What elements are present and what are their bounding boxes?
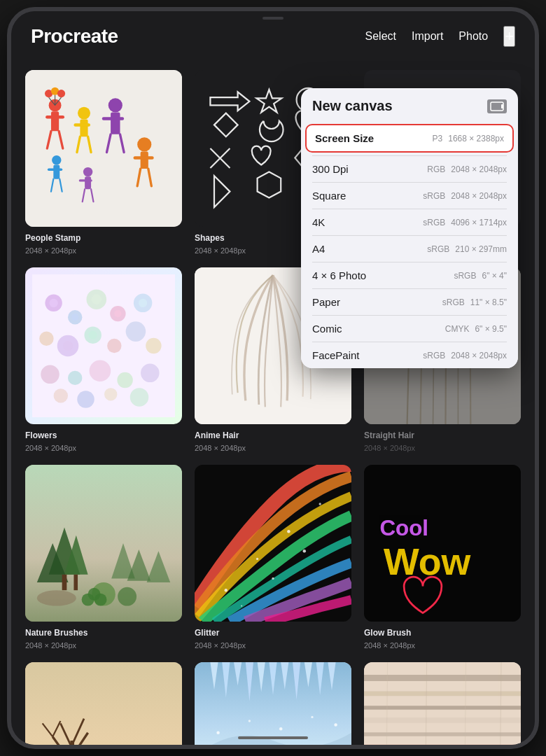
canvas-colorspace-a4: sRGB — [427, 244, 449, 254]
gallery-item-people-stamp[interactable]: People Stamp 2048 × 2048px — [25, 70, 182, 255]
canvas-dims-paper: 11" × 8.5" — [470, 298, 507, 307]
item-title-anime: Anime Hair — [195, 430, 351, 440]
svg-point-102 — [319, 503, 321, 505]
canvas-colorspace-screen: P3 — [433, 134, 443, 144]
svg-point-100 — [256, 558, 258, 560]
thumb-glitter — [195, 465, 351, 622]
canvas-item-comic[interactable]: Comic CMYK 6" × 9.5" — [301, 316, 518, 342]
svg-point-145 — [279, 727, 282, 730]
item-dims-people: 2048 × 2048px — [25, 246, 182, 255]
gallery-item-autumn[interactable]: Autumn 2048 × 2048px — [25, 662, 182, 745]
import-button[interactable]: Import — [412, 30, 443, 43]
canvas-dims-a4: 210 × 297mm — [455, 244, 507, 254]
svg-point-146 — [311, 716, 313, 718]
canvas-meta-a4: sRGB 210 × 297mm — [427, 244, 507, 254]
canvas-item-4x6[interactable]: 4 × 6 Photo sRGB 6" × 4" — [301, 262, 518, 288]
svg-point-51 — [71, 314, 78, 321]
svg-point-4 — [57, 90, 65, 97]
canvas-item-a4[interactable]: A4 sRGB 210 × 297mm — [301, 236, 518, 262]
canvas-item-paper[interactable]: Paper sRGB 11" × 8.5" — [301, 289, 518, 315]
canvas-name-a4: A4 — [312, 243, 325, 255]
scroll-bar — [238, 736, 308, 739]
popup-title: New canvas — [312, 98, 393, 114]
svg-rect-33 — [85, 176, 91, 189]
thumb-flowers — [25, 267, 182, 424]
canvas-dims-300dpi: 2048 × 2048px — [451, 164, 507, 174]
svg-rect-8 — [51, 111, 59, 131]
svg-point-53 — [92, 295, 102, 304]
app-title: Procreate — [31, 25, 118, 48]
new-canvas-popup: New canvas Screen Size P3 166 — [301, 88, 518, 368]
canvas-meta-4x6: sRGB 6" × 4" — [454, 271, 507, 281]
svg-point-57 — [139, 299, 147, 307]
ipad-frame: Procreate Select Import Photo + — [7, 7, 539, 749]
svg-point-147 — [334, 723, 337, 726]
svg-point-94 — [118, 587, 136, 606]
popup-header: New canvas — [301, 88, 518, 121]
svg-point-65 — [146, 338, 161, 354]
gallery-item-winter[interactable]: Winter Set 2048 × 2048px — [195, 662, 351, 745]
canvas-item-4k[interactable]: 4K sRGB 4096 × 1714px — [301, 209, 518, 235]
svg-point-67 — [68, 371, 82, 385]
header-actions: Select Import Photo + — [365, 26, 515, 47]
svg-point-71 — [54, 388, 68, 402]
item-dims-glow: 2048 × 2048px — [364, 641, 521, 650]
canvas-item-screen-size[interactable]: Screen Size P3 1668 × 2388px — [305, 124, 514, 153]
canvas-list: Screen Size P3 1668 × 2388px 300 Dpi RGB… — [301, 121, 518, 368]
gallery-item-flowers[interactable]: Flowers 2048 × 2048px — [25, 267, 182, 452]
canvas-name-square: Square — [312, 190, 346, 202]
svg-point-22 — [137, 137, 151, 151]
canvas-name-300dpi: 300 Dpi — [312, 163, 349, 175]
svg-point-63 — [107, 339, 121, 353]
canvas-item-facepaint[interactable]: FacePaint sRGB 2048 × 2048px — [301, 342, 518, 368]
svg-point-143 — [216, 732, 219, 734]
item-title-glow: Glow Brush — [364, 628, 521, 638]
canvas-colorspace-facepaint: sRGB — [423, 351, 445, 360]
canvas-meta-screen-size: P3 1668 × 2388px — [433, 134, 504, 144]
add-button[interactable]: + — [503, 26, 515, 47]
thumb-winter-set — [195, 662, 351, 745]
gallery-item-nature[interactable]: Nature Brushes 2048 × 2048px — [25, 465, 182, 650]
canvas-colorspace-square: sRGB — [423, 191, 445, 201]
svg-rect-165 — [501, 104, 503, 108]
svg-point-72 — [77, 391, 94, 407]
canvas-dims-comic: 6" × 9.5" — [475, 324, 507, 334]
svg-point-60 — [63, 341, 73, 351]
item-title-glitter: Glitter — [195, 628, 351, 638]
item-title-people: People Stamp — [25, 233, 182, 243]
svg-point-99 — [225, 589, 227, 592]
svg-point-12 — [78, 107, 90, 120]
svg-rect-88 — [74, 575, 78, 590]
svg-point-105 — [303, 550, 306, 552]
item-dims-nature: 2048 × 2048px — [25, 641, 182, 650]
select-button[interactable]: Select — [365, 30, 396, 43]
canvas-dims-square: 2048 × 2048px — [451, 191, 507, 201]
canvas-meta-4k: sRGB 4096 × 1714px — [423, 218, 507, 227]
svg-point-66 — [41, 365, 59, 384]
thumb-brick-animal — [364, 662, 521, 745]
item-title-nature: Nature Brushes — [25, 628, 182, 638]
svg-point-58 — [39, 332, 53, 346]
canvas-item-300dpi[interactable]: 300 Dpi RGB 2048 × 2048px — [301, 156, 518, 182]
svg-point-55 — [114, 310, 121, 317]
svg-point-62 — [89, 331, 97, 340]
canvas-item-square[interactable]: Square sRGB 2048 × 2048px — [301, 183, 518, 209]
svg-rect-87 — [62, 575, 67, 590]
svg-point-32 — [83, 167, 92, 176]
canvas-icon — [487, 99, 507, 113]
canvas-meta-300dpi: RGB 2048 × 2048px — [427, 164, 507, 174]
item-dims-flowers: 2048 × 2048px — [25, 444, 182, 452]
canvas-dims-screen: 1668 × 2388px — [448, 134, 504, 144]
svg-point-101 — [287, 530, 290, 533]
gallery-item-brick[interactable]: Brick & Animal Print 2048 × 2048px — [364, 662, 521, 745]
svg-text:Wow: Wow — [384, 540, 471, 582]
canvas-meta-paper: sRGB 11" × 8.5" — [442, 298, 507, 307]
svg-point-68 — [90, 360, 111, 382]
svg-point-103 — [241, 605, 242, 606]
svg-point-70 — [141, 364, 160, 383]
gallery-item-glitter[interactable]: Glitter 2048 × 2048px — [195, 465, 351, 650]
photo-button[interactable]: Photo — [458, 30, 488, 43]
thumb-glow-brush: Cool Cool Wow Wow — [364, 465, 521, 622]
gallery-item-glow[interactable]: Cool Cool Wow Wow Glow Brush 2048 × 2048… — [364, 465, 521, 650]
canvas-colorspace-comic: CMYK — [445, 324, 470, 334]
